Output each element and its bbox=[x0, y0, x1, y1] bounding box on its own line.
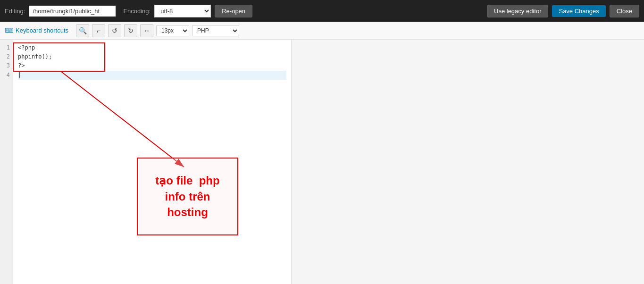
encoding-label: Encoding: bbox=[123, 8, 151, 15]
redo-icon: ↻ bbox=[128, 27, 134, 34]
search-icon: 🔍 bbox=[79, 27, 87, 34]
line-number: 1 bbox=[3, 43, 10, 52]
editing-label: Editing: bbox=[5, 8, 25, 15]
keyboard-shortcuts-label: Keyboard shortcuts bbox=[16, 27, 68, 34]
right-panel bbox=[292, 40, 644, 284]
line-numbers: 1 2 3 4 bbox=[0, 40, 13, 284]
line-number: 3 bbox=[3, 61, 10, 70]
topbar: Editing: Encoding: utf-8 utf-16 ascii is… bbox=[0, 0, 644, 22]
code-editor[interactable]: <?php phpinfo(); ?> | bbox=[13, 40, 292, 284]
language-select[interactable]: PHP JavaScript CSS HTML Text bbox=[192, 25, 239, 36]
save-changes-button[interactable]: Save Changes bbox=[552, 5, 605, 17]
keyboard-shortcuts-link[interactable]: ⌨ Keyboard shortcuts bbox=[5, 27, 68, 34]
indent-icon: ↔ bbox=[143, 27, 150, 34]
reopen-button[interactable]: Re-open bbox=[215, 5, 252, 17]
encoding-select[interactable]: utf-8 utf-16 ascii iso-8859-1 bbox=[154, 5, 211, 17]
terminal-icon: ⌐ bbox=[97, 27, 100, 34]
search-button[interactable]: 🔍 bbox=[76, 24, 89, 37]
keyboard-icon: ⌨ bbox=[5, 27, 14, 34]
toolbar: ⌨ Keyboard shortcuts 🔍 ⌐ ↺ ↻ ↔ 10px 11px… bbox=[0, 22, 644, 40]
code-line-active: | bbox=[18, 71, 286, 80]
close-button[interactable]: Close bbox=[610, 5, 639, 17]
line-number: 4 bbox=[3, 71, 10, 80]
use-legacy-editor-button[interactable]: Use legacy editor bbox=[487, 5, 548, 17]
editing-path-input[interactable] bbox=[29, 6, 116, 17]
code-line: <?php bbox=[18, 43, 286, 52]
font-size-select[interactable]: 10px 11px 12px 13px 14px 16px bbox=[156, 25, 189, 36]
code-line: ?> bbox=[18, 61, 286, 70]
line-number: 2 bbox=[3, 52, 10, 61]
editor-area: 1 2 3 4 <?php phpinfo(); ?> | tạo file p… bbox=[0, 40, 644, 284]
indent-button[interactable]: ↔ bbox=[140, 24, 153, 37]
terminal-button[interactable]: ⌐ bbox=[92, 24, 105, 37]
code-line: phpinfo(); bbox=[18, 52, 286, 61]
undo-button[interactable]: ↺ bbox=[108, 24, 121, 37]
redo-button[interactable]: ↻ bbox=[124, 24, 137, 37]
undo-icon: ↺ bbox=[112, 27, 117, 34]
